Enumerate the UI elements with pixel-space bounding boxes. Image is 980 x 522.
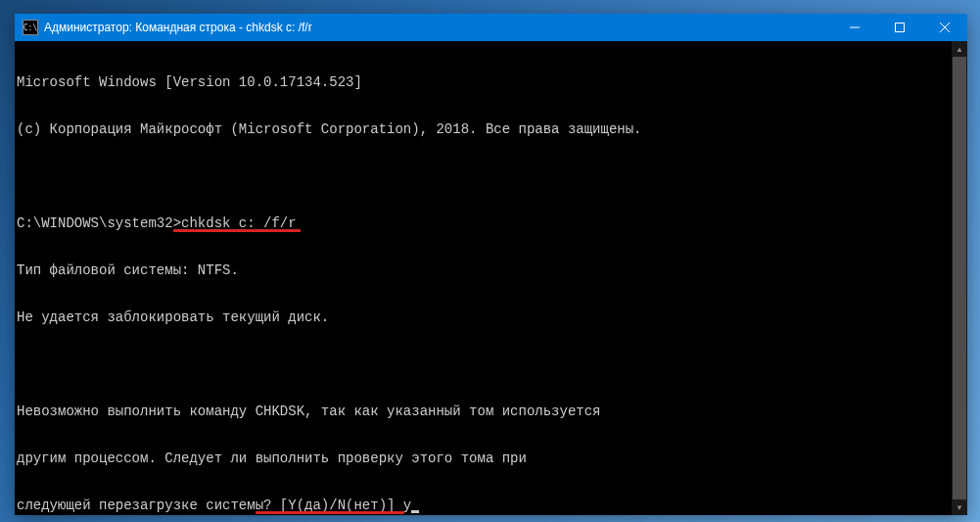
terminal-line: Тип файловой системы: NTFS. xyxy=(17,262,967,278)
window-controls xyxy=(832,14,967,41)
minimize-icon xyxy=(850,23,860,32)
terminal-line: (c) Корпорация Майкрософт (Microsoft Cor… xyxy=(17,121,967,137)
close-button[interactable] xyxy=(922,14,967,41)
titlebar[interactable]: C:\ Администратор: Командная строка - ch… xyxy=(15,14,967,41)
command-prompt-window: C:\ Администратор: Командная строка - ch… xyxy=(15,14,967,515)
scroll-up-arrow-icon[interactable]: ▲ xyxy=(952,41,967,57)
terminal-content: Microsoft Windows [Version 10.0.17134.52… xyxy=(17,43,967,515)
cmd-icon: C:\ xyxy=(23,20,38,35)
text-cursor xyxy=(411,510,419,513)
scrollbar-thumb[interactable] xyxy=(953,57,966,499)
annotation-underline-input xyxy=(256,511,404,514)
terminal-line: Microsoft Windows [Version 10.0.17134.52… xyxy=(17,74,967,90)
window-title: Администратор: Командная строка - chkdsk… xyxy=(44,21,832,34)
svg-rect-1 xyxy=(896,24,905,32)
minimize-button[interactable] xyxy=(832,14,877,41)
terminal-line: другим процессом. Следует ли выполнить п… xyxy=(17,451,967,466)
terminal-line xyxy=(17,168,967,184)
terminal-line xyxy=(17,356,967,372)
terminal-line: C:\WINDOWS\system32>chkdsk c: /f/r xyxy=(17,215,967,231)
maximize-button[interactable] xyxy=(877,14,922,41)
terminal-line: следующей перезагрузке системы? [Y(да)/N… xyxy=(17,498,967,513)
terminal-line: Невозможно выполнить команду CHKDSK, так… xyxy=(17,403,967,419)
vertical-scrollbar[interactable]: ▲ ▼ xyxy=(952,41,967,515)
terminal-body[interactable]: Microsoft Windows [Version 10.0.17134.52… xyxy=(15,41,967,515)
scroll-down-arrow-icon[interactable]: ▼ xyxy=(952,499,967,515)
maximize-icon xyxy=(895,23,905,32)
close-icon xyxy=(940,23,950,32)
annotation-underline-command xyxy=(173,229,301,232)
terminal-line: Не удается заблокировать текущий диск. xyxy=(17,309,967,325)
